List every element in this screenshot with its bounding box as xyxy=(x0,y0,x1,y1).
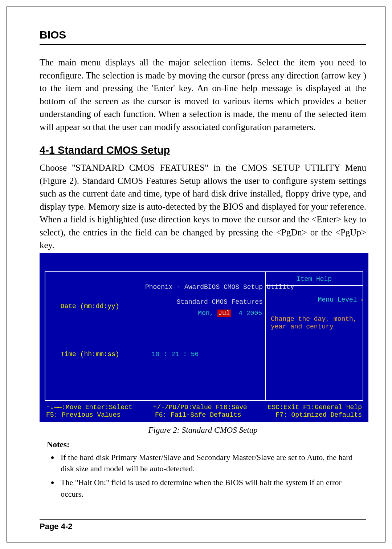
bios-footer: ↑↓→←:Move Enter:Select +/-/PU/PD:Value F… xyxy=(45,404,363,419)
bios-row-time[interactable]: Time (hh:mm:ss) 10 : 21 : 56 xyxy=(53,351,262,358)
bios-date-left: Mon, xyxy=(198,310,217,317)
arrow-right-icon: ▸ xyxy=(361,296,363,303)
section-body: Choose "STANDARD CMOS FEATURES" in the C… xyxy=(40,161,366,252)
bios-body: Date (mm:dd:yy) Mon, Jul 4 2005 Time (hh… xyxy=(45,271,363,401)
bios-row-date[interactable]: Date (mm:dd:yy) Mon, Jul 4 2005 xyxy=(53,303,262,324)
bios-footer-l1-right: ESC:Exit F1:General Help xyxy=(268,404,362,411)
bios-date-rest: 4 2005 xyxy=(231,310,262,317)
page-number: Page 4-2 xyxy=(40,522,73,531)
bios-time-label: Time (hh:mm:ss) xyxy=(61,351,119,358)
intro-paragraph: The main menu displays all the major sel… xyxy=(40,56,366,133)
bios-footer-l1-center: +/-/PU/PD:Value F10:Save xyxy=(153,404,247,411)
bios-menu-level-label: Menu Level xyxy=(318,296,357,303)
notes-list: If the hard disk Primary Master/Slave an… xyxy=(50,452,366,500)
bios-date-label: Date (mm:dd:yy) xyxy=(61,303,119,310)
bios-left-panel: Date (mm:dd:yy) Mon, Jul 4 2005 Time (hh… xyxy=(45,271,265,401)
section-heading: 4-1 Standard CMOS Setup xyxy=(40,144,366,156)
figure-caption: Figure 2: Standard CMOS Setup xyxy=(40,425,366,435)
bios-screen: Phoenix - AwardBIOS CMOS Setup Utility S… xyxy=(40,253,368,422)
header-rule xyxy=(40,44,366,45)
bios-help-text: Change the day, month, year and century xyxy=(271,315,358,330)
bios-time-value[interactable]: 10 : 21 : 56 xyxy=(148,351,199,358)
bios-footer-l2-right: F7: Optimized Defaults xyxy=(275,411,362,419)
list-item: If the hard disk Primary Master/Slave an… xyxy=(58,452,366,475)
page-header-title: BIOS xyxy=(40,29,366,44)
bios-help-body: Menu Level▸ Change the day, month, year … xyxy=(266,286,363,348)
bios-footer-l1-left: ↑↓→←:Move Enter:Select xyxy=(46,404,132,411)
bios-help-panel: Item Help Menu Level▸ Change the day, mo… xyxy=(265,271,363,401)
bios-footer-l2-center: F6: Fail-Safe Defaults xyxy=(155,411,241,419)
bios-footer-l2-left: F5: Previous Values xyxy=(46,411,121,419)
page-content: BIOS The main menu displays all the majo… xyxy=(40,29,366,502)
page-frame: BIOS The main menu displays all the majo… xyxy=(7,7,385,542)
list-item: The "Halt On:" field is used to determin… xyxy=(58,477,366,500)
notes-heading: Notes: xyxy=(47,440,366,449)
bios-date-selected[interactable]: Jul xyxy=(217,310,230,317)
bios-help-title: Item Help xyxy=(266,272,363,286)
footer-rule xyxy=(40,519,366,520)
